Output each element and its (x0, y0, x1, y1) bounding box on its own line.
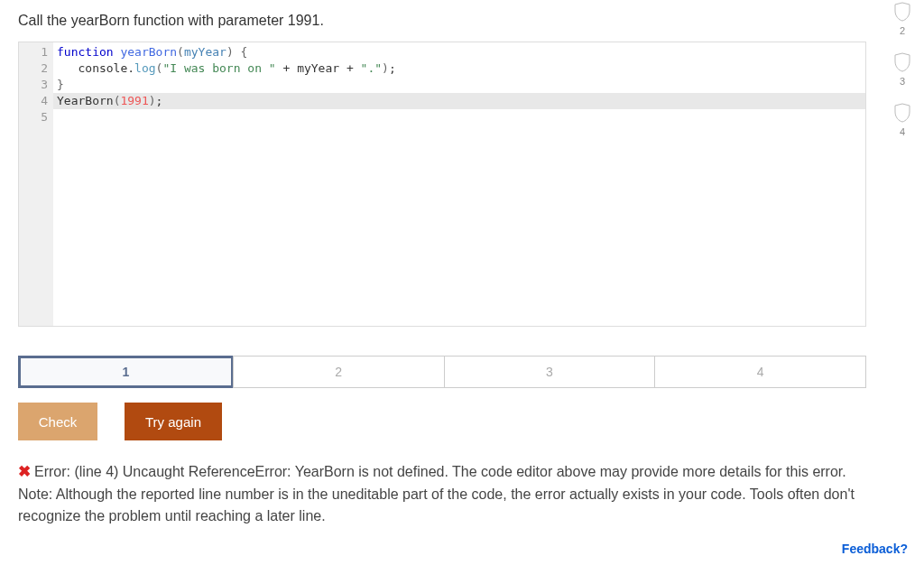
code-line[interactable]: console.log("I was born on " + myYear + … (57, 60, 865, 77)
code-editor[interactable]: 12345 function yearBorn(myYear) { consol… (18, 42, 866, 327)
instruction-text: Call the yearBorn function with paramete… (18, 13, 866, 29)
check-button[interactable]: Check (18, 403, 97, 440)
badge-number: 2 (900, 25, 905, 36)
progress-badge[interactable]: 3 (893, 52, 911, 87)
code-line[interactable]: function yearBorn(myYear) { (57, 44, 865, 60)
step-tab[interactable]: 4 (654, 356, 866, 388)
gutter-line: 4 (19, 93, 53, 109)
action-buttons: Check Try again (18, 403, 866, 440)
shield-icon (893, 2, 911, 22)
progress-badge[interactable]: 2 (893, 2, 911, 36)
code-area[interactable]: function yearBorn(myYear) { console.log(… (53, 42, 865, 326)
step-tabs: 1234 (18, 356, 866, 388)
gutter-line: 5 (19, 109, 53, 125)
error-text: Error: (line 4) Uncaught ReferenceError:… (18, 464, 855, 523)
line-gutter: 12345 (19, 42, 53, 326)
gutter-line: 3 (19, 77, 53, 93)
badge-number: 4 (900, 126, 905, 137)
code-line[interactable]: } (57, 77, 865, 93)
code-line[interactable] (57, 109, 865, 125)
error-icon: ✖ (18, 463, 31, 480)
step-tab[interactable]: 3 (444, 356, 656, 388)
badge-number: 3 (900, 76, 905, 87)
gutter-line: 2 (19, 60, 53, 77)
step-tab[interactable]: 1 (18, 356, 234, 388)
progress-badge[interactable]: 4 (893, 103, 911, 137)
shield-icon (893, 52, 911, 72)
feedback-link[interactable]: Feedback? (842, 542, 908, 556)
error-message: ✖Error: (line 4) Uncaught ReferenceError… (18, 460, 866, 527)
try-again-button[interactable]: Try again (125, 403, 222, 440)
gutter-line: 1 (19, 44, 53, 60)
code-line[interactable]: YearBorn(1991); (53, 93, 865, 109)
progress-badges: 234 (893, 2, 911, 137)
step-tab[interactable]: 2 (233, 356, 445, 388)
shield-icon (893, 103, 911, 123)
